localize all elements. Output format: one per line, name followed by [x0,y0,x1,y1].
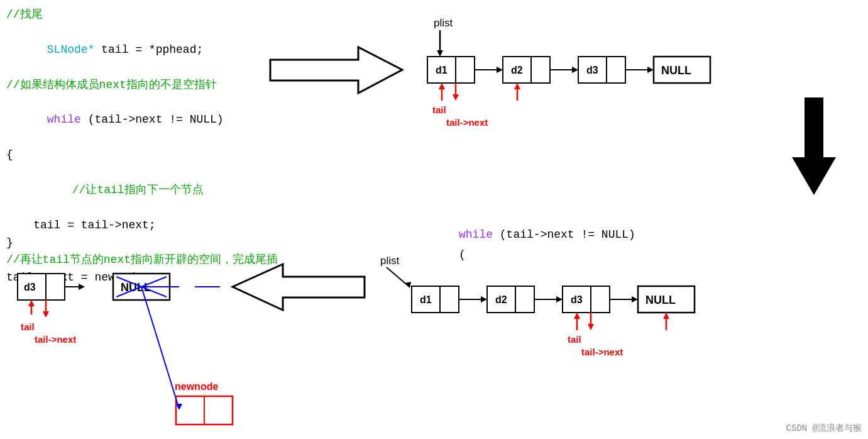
svg-rect-61 [440,286,459,313]
svg-rect-10 [531,57,550,83]
svg-marker-29 [514,83,520,89]
svg-marker-19 [647,67,654,73]
svg-marker-30 [270,47,402,93]
svg-rect-34 [46,274,65,300]
svg-text:d3: d3 [586,65,598,75]
svg-text:d2: d2 [495,294,507,305]
svg-marker-84 [663,313,669,319]
svg-text:newnode: newnode [175,381,218,392]
svg-marker-41 [28,300,35,306]
top-diagram-svg: plist d1 d2 d3 NULL [0,0,868,239]
svg-text:d3: d3 [571,294,583,305]
svg-text:tail: tail [568,334,581,345]
svg-marker-1 [437,50,443,57]
svg-text:d1: d1 [420,294,432,305]
svg-marker-43 [43,311,49,318]
svg-text:d1: d1 [436,65,448,75]
svg-rect-67 [515,286,534,313]
svg-marker-37 [79,284,85,290]
svg-text:d2: d2 [511,65,523,75]
svg-marker-7 [497,67,503,73]
main-container: //找尾 SLNode* tail = *pphead; //如果结构体成员ne… [0,0,868,439]
svg-text:tail: tail [21,321,35,332]
svg-text:tail->next: tail->next [35,334,76,345]
svg-rect-4 [456,57,475,83]
svg-marker-76 [632,296,638,303]
svg-text:NULL: NULL [661,64,691,77]
svg-text:d3: d3 [24,282,36,292]
svg-marker-58 [405,282,411,288]
svg-text:tail->next: tail->next [446,117,488,128]
svg-rect-73 [591,286,610,313]
svg-text:plist: plist [380,255,400,267]
svg-marker-80 [574,313,580,319]
svg-marker-70 [556,296,563,303]
svg-marker-13 [572,67,578,73]
svg-marker-31 [792,97,836,195]
svg-marker-82 [588,324,594,330]
svg-marker-55 [233,264,365,310]
svg-rect-16 [607,57,625,83]
plist-label-top: plist [434,17,453,29]
watermark: CSDN @流浪者与猴 [786,423,862,434]
while-code-middle: while (tail->next != NULL) [459,228,635,241]
svg-line-52 [141,287,179,409]
svg-text:tail->next: tail->next [581,347,623,357]
bottom-diagram-svg: d3 NULL tail tail->next newnode [0,245,868,439]
svg-marker-25 [453,94,459,101]
svg-marker-23 [439,83,445,89]
svg-marker-64 [481,296,487,303]
svg-text:NULL: NULL [646,294,676,306]
svg-text:tail: tail [432,104,446,115]
